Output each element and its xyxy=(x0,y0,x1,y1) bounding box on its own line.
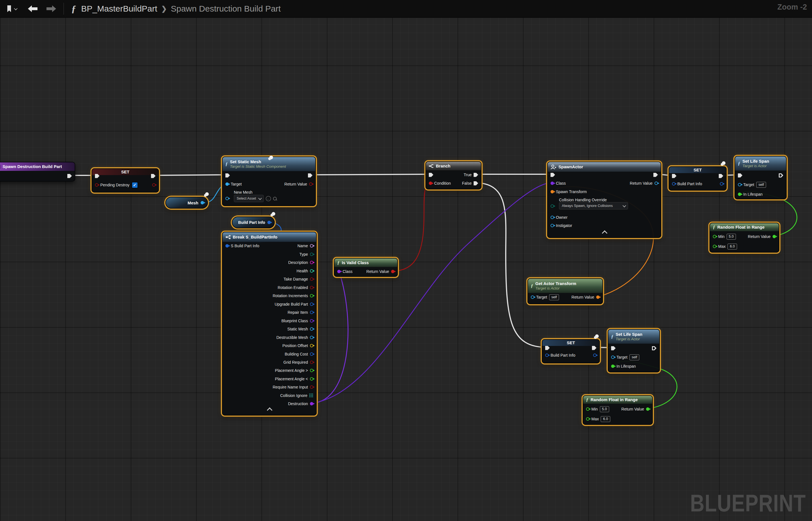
breadcrumb-blueprint[interactable]: BP_MasterBuildPart xyxy=(81,4,157,14)
min-value[interactable]: 5.0 xyxy=(726,234,736,240)
collision-override-dropdown[interactable]: Always Spawn, Ignore Collisions xyxy=(559,202,628,209)
spawn-transform-pin[interactable] xyxy=(551,190,554,194)
select-asset-dropdown[interactable]: Select Asset xyxy=(234,195,264,202)
owner-pin[interactable] xyxy=(551,216,554,219)
pending-destroy-checkbox[interactable]: ✓ xyxy=(132,182,138,188)
target-pin[interactable] xyxy=(531,295,534,299)
target-pin[interactable] xyxy=(611,356,615,359)
in-lifespan-pin[interactable] xyxy=(738,192,741,196)
max-pin[interactable] xyxy=(713,245,716,248)
node-break-s-buildpartinfo[interactable]: Break S_BuildPartInfo S Build Part Info … xyxy=(222,232,317,415)
target-self-value[interactable]: self xyxy=(756,182,766,188)
grid-required-pin[interactable] xyxy=(310,361,313,364)
max-value[interactable]: 6.0 xyxy=(727,244,737,250)
destruction-pin[interactable] xyxy=(310,402,313,405)
position-offset-pin[interactable] xyxy=(310,344,313,347)
exec-out-pin[interactable] xyxy=(67,174,72,178)
instigator-pin[interactable] xyxy=(551,224,554,227)
exec-in-pin[interactable] xyxy=(738,173,742,178)
exec-out-pin[interactable] xyxy=(719,174,723,178)
collision-ignore-array-pin[interactable] xyxy=(309,393,313,398)
return-value-pin[interactable] xyxy=(772,235,776,238)
return-value-pin[interactable] xyxy=(654,182,658,185)
breadcrumb-graph[interactable]: Spawn Destruction Build Part xyxy=(171,4,281,14)
node-set-build-part-info-lower[interactable]: SET Build Part Info xyxy=(542,339,600,363)
node-set-build-part-info-right[interactable]: SET Build Part Info xyxy=(669,166,726,190)
exec-in-pin[interactable] xyxy=(672,174,676,178)
building-cost-pin[interactable] xyxy=(310,353,313,356)
take-damage-pin[interactable] xyxy=(310,277,313,281)
destructible-mesh-pin[interactable] xyxy=(310,336,313,339)
node-spawn-actor[interactable]: SpawnActor Class Return Value Spawn Tran… xyxy=(547,162,661,238)
value-out-pin[interactable] xyxy=(593,354,596,357)
placement-angle-gt-pin[interactable] xyxy=(310,369,313,372)
require-name-input-pin[interactable] xyxy=(310,385,313,389)
type-pin[interactable] xyxy=(310,253,313,256)
mesh-out-pin[interactable] xyxy=(200,201,204,204)
repair-item-pin[interactable] xyxy=(310,311,313,314)
node-random-float-in-range-lower[interactable]: ƒ Random Float in Range Min 5.0 Return V… xyxy=(583,395,653,425)
return-value-pin[interactable] xyxy=(646,407,649,411)
node-is-valid-class[interactable]: ƒ Is Valid Class Class Return Value xyxy=(334,258,398,277)
use-selected-icon[interactable]: ← xyxy=(266,196,271,201)
true-exec-pin[interactable] xyxy=(474,173,478,177)
exec-out-pin[interactable] xyxy=(592,346,596,350)
min-value[interactable]: 5.0 xyxy=(600,406,609,412)
blueprint-class-pin[interactable] xyxy=(310,319,313,322)
in-lifespan-pin[interactable] xyxy=(611,365,615,368)
min-pin[interactable] xyxy=(713,235,716,238)
min-pin[interactable] xyxy=(586,407,590,411)
browse-asset-icon[interactable] xyxy=(273,197,277,200)
upgrade-build-part-pin[interactable] xyxy=(310,302,313,306)
exec-in-pin[interactable] xyxy=(95,174,99,178)
exec-out-pin[interactable] xyxy=(653,173,658,177)
name-pin[interactable] xyxy=(310,244,313,248)
new-mesh-pin[interactable] xyxy=(225,197,229,200)
exec-in-pin[interactable] xyxy=(429,173,433,177)
node-branch[interactable]: Branch True Condition False xyxy=(426,161,481,189)
target-self-value[interactable]: self xyxy=(549,294,559,300)
false-exec-pin[interactable] xyxy=(474,181,478,185)
exec-out-pin[interactable] xyxy=(779,173,783,178)
back-button[interactable] xyxy=(28,5,38,13)
struct-in-pin[interactable] xyxy=(225,244,229,248)
node-set-pending-destroy[interactable]: SET Pending Destroy ✓ xyxy=(92,168,159,192)
bookmark-button[interactable] xyxy=(6,4,17,13)
exec-out-pin[interactable] xyxy=(652,346,656,350)
class-pin[interactable] xyxy=(551,182,554,185)
exec-out-pin[interactable] xyxy=(151,174,156,178)
collapse-node-chevron[interactable] xyxy=(602,230,607,236)
exec-in-pin[interactable] xyxy=(225,173,230,178)
target-self-value[interactable]: self xyxy=(629,355,639,360)
condition-pin[interactable] xyxy=(429,182,432,185)
build-part-info-pin[interactable] xyxy=(672,182,675,185)
rotation-increments-pin[interactable] xyxy=(310,294,313,297)
max-value[interactable]: 6.0 xyxy=(601,416,610,422)
max-pin[interactable] xyxy=(586,417,590,421)
exec-in-pin[interactable] xyxy=(611,346,616,350)
placement-angle-lt-pin[interactable] xyxy=(310,377,313,381)
node-set-static-mesh[interactable]: ƒ Set Static Mesh Target is Static Mesh … xyxy=(222,156,316,206)
exec-in-pin[interactable] xyxy=(551,173,555,177)
forward-button[interactable] xyxy=(46,5,56,13)
rotation-enabled-pin[interactable] xyxy=(310,286,313,289)
collision-override-pin[interactable] xyxy=(551,204,554,208)
value-out-pin[interactable] xyxy=(152,183,156,187)
exec-out-pin[interactable] xyxy=(308,173,312,178)
target-pin[interactable] xyxy=(225,182,229,186)
blueprint-graph-canvas[interactable]: Spawn Destruction Build Part SET Pending… xyxy=(0,0,812,521)
return-value-pin[interactable] xyxy=(309,182,312,186)
description-pin[interactable] xyxy=(310,261,313,264)
node-get-actor-transform[interactable]: ƒ Get Actor Transform Target is Actor Ta… xyxy=(527,278,603,304)
node-variable-build-part-info[interactable]: Build Part Info xyxy=(232,217,275,228)
class-pin[interactable] xyxy=(337,270,341,273)
exec-in-pin[interactable] xyxy=(545,346,550,350)
static-mesh-pin[interactable] xyxy=(310,327,313,331)
health-pin[interactable] xyxy=(310,269,313,273)
build-part-info-out-pin[interactable] xyxy=(267,221,271,224)
return-value-pin[interactable] xyxy=(596,295,600,299)
node-set-life-span-right[interactable]: ƒ Set Life Span Target is Actor Target s… xyxy=(735,156,787,199)
node-set-life-span-lower[interactable]: ƒ Set Life Span Target is Actor Target s… xyxy=(608,329,660,372)
value-out-pin[interactable] xyxy=(720,182,723,185)
node-event-spawn-destruction-build-part[interactable]: Spawn Destruction Build Part xyxy=(0,162,75,182)
